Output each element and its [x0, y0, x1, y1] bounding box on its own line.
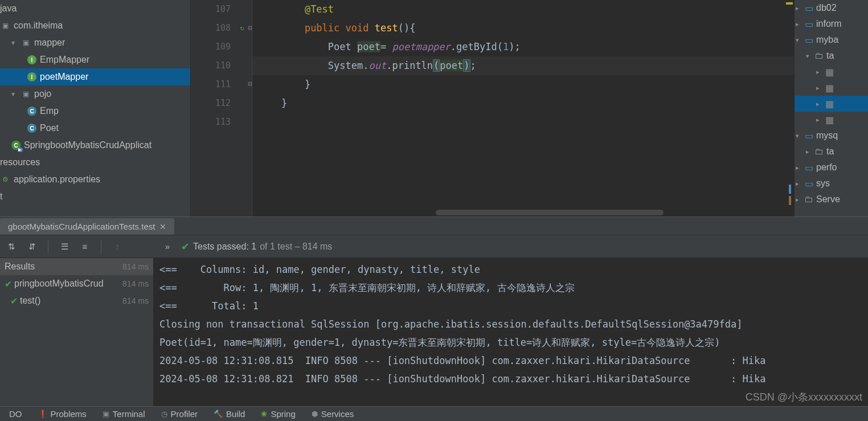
db-tree-item[interactable]: ▾▭myba	[795, 32, 868, 48]
db-tree-item[interactable]: ▸🗀ta	[795, 144, 868, 160]
close-icon[interactable]: ✕	[159, 222, 166, 231]
tree-item-appprops[interactable]: ⚙ application.properties	[0, 171, 190, 188]
run-toolbar: ⇅ ⇵ ☰ ≡ ↑ » ✔ Tests passed: 1 of 1 test …	[0, 235, 868, 258]
db-label: db02	[816, 3, 837, 13]
tree-item-mapper[interactable]: ▾ ▣ mapper	[0, 34, 190, 51]
up-arrow-icon[interactable]: ↑	[110, 240, 124, 254]
tree-item-emp[interactable]: C Emp	[0, 103, 190, 120]
tree-item-java[interactable]: java	[0, 0, 190, 17]
tree-item-t[interactable]: t	[0, 188, 190, 205]
folder-label: pojo	[34, 89, 51, 99]
more-icon[interactable]: »	[161, 240, 174, 254]
class-label: EmpMapper	[40, 55, 89, 65]
chevron-icon: ▸	[796, 5, 804, 12]
db-label: sys	[816, 178, 830, 189]
build-tab[interactable]: 🔨Build	[207, 408, 252, 420]
schema-icon: ▭	[804, 178, 814, 189]
folder-icon: 🗀	[814, 51, 824, 61]
code-line: }	[252, 75, 794, 94]
chevron-icon: ▸	[796, 196, 804, 203]
test-tree-row[interactable]: ✔test() 814 ms	[0, 292, 153, 309]
test-name: test()	[20, 296, 40, 306]
file-label: application.properties	[14, 174, 100, 185]
db-tree-item[interactable]: ▸🗀Serve	[795, 191, 868, 207]
tree-item-resources[interactable]: resources	[0, 154, 190, 171]
todo-tab[interactable]: DO	[2, 408, 29, 420]
db-tree-item[interactable]: ▸▦	[795, 96, 868, 112]
chevron-icon: ▸	[806, 148, 814, 156]
chevron-icon: ▾	[806, 52, 814, 60]
editor-gutter: 107 108 ↻ ⊟ 109 110 111 ⊟ 112 113	[191, 0, 252, 216]
tree-item-poetmapper[interactable]: I poetMapper	[0, 68, 190, 85]
profiler-tab[interactable]: ◷Profiler	[154, 408, 205, 420]
check-icon: ✔	[5, 279, 12, 289]
services-icon: ⬢	[312, 410, 318, 418]
run-tab[interactable]: gbootMybatisCrudApplicationTests.test ✕	[0, 218, 174, 235]
test-tree-header[interactable]: Results 814 ms	[0, 258, 153, 275]
chevron-icon: ▸	[796, 164, 804, 171]
code-line-current: System.out.println(poet);	[252, 56, 794, 75]
tree-item-pojo[interactable]: ▾ ▣ pojo	[0, 85, 190, 103]
sort-icon[interactable]: ⇅	[5, 240, 18, 254]
table-icon: ▦	[824, 83, 834, 93]
schema-icon: ▭	[804, 130, 814, 141]
code-line: public void test(){	[252, 19, 794, 38]
package-icon: ▣	[21, 38, 31, 48]
check-icon: ✔	[10, 296, 18, 306]
collapse-icon[interactable]: ≡	[78, 240, 92, 254]
line-number: 112	[191, 94, 235, 113]
tree-item-poet[interactable]: C Poet	[0, 120, 190, 137]
terminal-icon: ▣	[103, 410, 109, 418]
schema-icon: ▭	[804, 3, 814, 14]
db-tree-item[interactable]: ▾▭mysq	[795, 128, 868, 144]
db-tree-item[interactable]: ▸▭db02	[795, 0, 868, 16]
folder-label: t	[0, 191, 2, 202]
db-tree-item[interactable]: ▸▦	[795, 64, 868, 80]
test-tree-row[interactable]: ✔pringbootMybatisCrud 814 ms	[0, 275, 153, 292]
tree-item-app[interactable]: C▶ SpringbootMybatisCrudApplicat	[0, 137, 190, 154]
class-icon: C	[27, 107, 36, 116]
problems-tab[interactable]: ❗Problems	[31, 408, 93, 420]
code-area[interactable]: @Test public void test(){ Poet poet= poe…	[252, 0, 794, 132]
console-output[interactable]: <== Columns: id, name, gender, dynasty, …	[154, 258, 868, 406]
db-label: mysq	[816, 130, 838, 141]
check-icon: ✔	[181, 240, 190, 253]
profiler-icon: ◷	[161, 410, 167, 418]
code-line: }	[252, 94, 794, 113]
interface-icon: I	[27, 55, 36, 64]
interface-icon: I	[27, 72, 36, 81]
class-label: poetMapper	[40, 72, 88, 82]
db-tree-item[interactable]: ▸▦	[795, 80, 868, 96]
horizontal-scrollbar[interactable]	[436, 210, 664, 215]
table-icon: ▦	[824, 99, 834, 109]
expand-icon[interactable]: ☰	[58, 240, 71, 254]
folder-icon: 🗀	[804, 194, 814, 205]
sort-alt-icon[interactable]: ⇵	[25, 240, 39, 254]
schema-icon: ▭	[804, 162, 814, 173]
tree-item-package[interactable]: ▣ com.itheima	[0, 17, 190, 34]
class-label: SpringbootMybatisCrudApplicat	[24, 140, 152, 150]
services-tab[interactable]: ⬢Services	[305, 408, 361, 420]
db-tree-item[interactable]: ▸▦	[795, 112, 868, 128]
test-status: ✔ Tests passed: 1 of 1 test – 814 ms	[181, 240, 332, 253]
chevron-down-icon: ▾	[11, 90, 21, 98]
folder-label: resources	[0, 157, 40, 167]
run-tool-window: gbootMybatisCrudApplicationTests.test ✕ …	[0, 216, 868, 406]
db-tree-item[interactable]: ▸▭inform	[795, 16, 868, 32]
status-detail: of 1 test – 814 ms	[260, 242, 332, 252]
spring-tab[interactable]: ❀Spring	[254, 408, 302, 420]
tree-item-empmapper[interactable]: I EmpMapper	[0, 51, 190, 68]
folder-icon: 🗀	[814, 146, 824, 157]
db-tree-item[interactable]: ▸▭sys	[795, 175, 868, 191]
code-editor[interactable]: 107 108 ↻ ⊟ 109 110 111 ⊟ 112 113 @Test …	[191, 0, 794, 216]
folder-label: java	[0, 3, 17, 14]
chevron-icon: ▸	[816, 100, 824, 108]
table-icon: ▦	[824, 115, 834, 125]
header-label: Results	[5, 261, 35, 272]
db-tree-item[interactable]: ▾🗀ta	[795, 48, 868, 64]
package-icon: ▣	[0, 21, 10, 31]
terminal-tab[interactable]: ▣Terminal	[96, 408, 152, 420]
code-line: Poet poet= poetmapper.getById(1);	[252, 38, 794, 56]
db-tree-item[interactable]: ▸▭perfo	[795, 160, 868, 175]
class-label: Emp	[40, 106, 59, 116]
